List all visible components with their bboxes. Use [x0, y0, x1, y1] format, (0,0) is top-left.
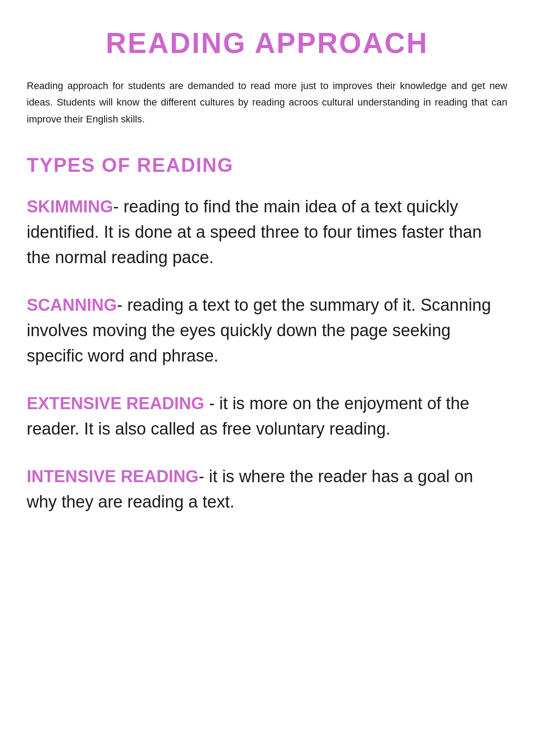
type-separator-scanning: -	[117, 296, 127, 314]
type-label-scanning: SCANNING	[27, 296, 117, 314]
type-separator-skimming: -	[113, 197, 123, 216]
page-title: READING APPROACH	[27, 27, 507, 60]
type-separator-intensive: -	[198, 467, 209, 486]
reading-type-scanning: SCANNING- reading a text to get the summ…	[27, 293, 507, 369]
reading-type-extensive: EXTENSIVE READING - it is more on the en…	[27, 391, 507, 442]
type-label-extensive: EXTENSIVE READING	[27, 394, 204, 413]
type-label-intensive: INTENSIVE READING	[27, 467, 198, 486]
reading-type-intensive: INTENSIVE READING- it is where the reade…	[27, 464, 507, 515]
type-separator-extensive: -	[204, 394, 219, 413]
type-label-skimming: SKIMMING	[27, 197, 113, 216]
reading-type-skimming: SKIMMING- reading to find the main idea …	[27, 194, 507, 270]
section-title: TYPES OF READING	[27, 154, 507, 176]
intro-paragraph: Reading approach for students are demand…	[27, 77, 507, 127]
